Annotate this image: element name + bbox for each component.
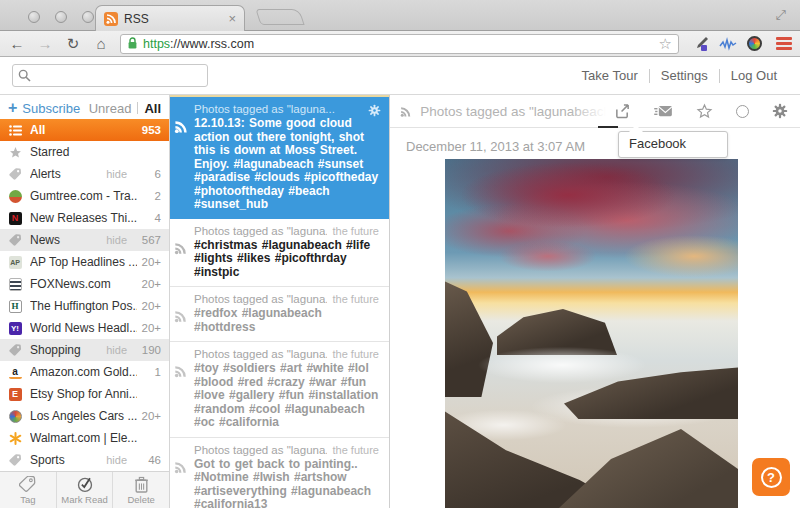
filter-all[interactable]: All: [144, 101, 161, 116]
take-tour-link[interactable]: Take Tour: [571, 68, 649, 83]
back-icon[interactable]: ←: [8, 36, 26, 51]
browser-window: RSS × ⤢ ← → ↻ ⌂ https://www.rss.com ☆: [0, 0, 800, 508]
sidebar-item-netflix[interactable]: N New Releases Thi... 4: [0, 207, 169, 229]
search-box[interactable]: [12, 64, 208, 87]
sidebar-item-starred[interactable]: Starred: [0, 141, 169, 163]
feed-item-selected[interactable]: Photos tagged as "laguna... 12.10.13: So…: [170, 95, 389, 219]
logout-link[interactable]: Log Out: [720, 68, 788, 83]
fox-favicon: [8, 277, 22, 291]
sidebar-item-huffpost[interactable]: H The Huffington Pos... 20+: [0, 295, 169, 317]
mark-unread-circle-icon[interactable]: [736, 105, 749, 118]
rss-favicon: [104, 12, 118, 26]
camera-lens-extension-icon[interactable]: [747, 36, 762, 51]
sidebar-item-yahoo-news[interactable]: Y! World News Headl... 20+: [0, 317, 169, 339]
bookmark-star-icon[interactable]: ☆: [659, 35, 672, 53]
item-source: Photos tagged as "laguna...: [194, 348, 327, 360]
email-icon[interactable]: [654, 105, 673, 118]
feed-item[interactable]: Photos tagged as "laguna... the future #…: [170, 219, 389, 288]
reload-icon[interactable]: ↻: [64, 36, 82, 51]
help-button[interactable]: ?: [752, 458, 790, 496]
mark-read-button[interactable]: Mark Read: [57, 472, 114, 508]
sidebar-item-gumtree[interactable]: Gumtree.com - Tra... 2: [0, 185, 169, 207]
feed-item[interactable]: Photos tagged as "laguna... the future #…: [170, 342, 389, 438]
browser-menu-icon[interactable]: [776, 37, 792, 50]
read-filter: Unread All: [89, 101, 161, 116]
rss-icon: [174, 119, 189, 134]
feed-item[interactable]: Photos tagged as "laguna... the future G…: [170, 438, 389, 508]
sidebar-item-sports[interactable]: Sports hide 46: [0, 449, 169, 471]
filter-unread[interactable]: Unread: [89, 101, 132, 116]
hide-link[interactable]: hide: [106, 168, 127, 180]
url-rest: ://www.rss.com: [170, 37, 254, 51]
item-time: the future: [333, 225, 379, 237]
fullscreen-icon[interactable]: ⤢: [776, 7, 786, 23]
reader-feed-title: Photos tagged as "lagunabeach" on In: [420, 104, 606, 119]
share-popover-facebook[interactable]: Facebook: [618, 131, 728, 158]
url-text: https://www.rss.com: [143, 37, 654, 51]
check-circle-icon: [76, 475, 94, 493]
article-photo: [445, 159, 738, 508]
window-minimize-button[interactable]: [55, 11, 67, 23]
app-topbar: Take Tour Settings Log Out: [0, 57, 800, 95]
sidebar-item-etsy[interactable]: E Etsy Shop for Anni...: [0, 383, 169, 405]
hide-link[interactable]: hide: [106, 344, 127, 356]
browser-tab[interactable]: RSS ×: [95, 5, 245, 31]
window-close-button[interactable]: [28, 11, 40, 23]
rss-icon: [174, 241, 188, 255]
gear-icon[interactable]: [772, 103, 788, 119]
reader-header: Photos tagged as "lagunabeach" on In: [390, 95, 800, 128]
eyedropper-extension-icon[interactable]: [693, 36, 709, 52]
huffpost-favicon: H: [8, 299, 22, 313]
settings-link[interactable]: Settings: [650, 68, 719, 83]
tab-title: RSS: [124, 12, 222, 26]
subscribe-button[interactable]: + Subscribe: [8, 99, 80, 117]
subscriptions-sidebar: + Subscribe Unread All: [0, 95, 170, 508]
sidebar-item-walmart[interactable]: Walmart.com | Ele...: [0, 427, 169, 449]
item-body: 12.10.13: Some good cloud action out the…: [194, 117, 379, 212]
rss-icon: [174, 460, 188, 474]
sidebar-footer-toolbar: Tag Mark Read Delete: [0, 471, 169, 508]
tag-button[interactable]: Tag: [0, 472, 57, 508]
tag-icon: [19, 476, 36, 493]
delete-button[interactable]: Delete: [113, 472, 169, 508]
sidebar-item-alerts[interactable]: Alerts hide 6: [0, 163, 169, 185]
search-input[interactable]: [35, 69, 202, 83]
walmart-favicon: [8, 431, 22, 445]
sidebar-header: + Subscribe Unread All: [0, 95, 169, 119]
star-icon[interactable]: [696, 103, 713, 119]
item-body: Got to get back to painting.. #Notmine #…: [194, 458, 379, 508]
hide-link[interactable]: hide: [106, 454, 127, 466]
sidebar-item-shopping[interactable]: Shopping hide 190: [0, 339, 169, 361]
sidebar-item-news[interactable]: News hide 567: [0, 229, 169, 251]
rss-icon: [174, 364, 188, 378]
hide-link[interactable]: hide: [106, 234, 127, 246]
sidebar-item-ap[interactable]: AP AP Top Headlines ... 20+: [0, 251, 169, 273]
window-zoom-button[interactable]: [82, 11, 94, 23]
new-tab-button[interactable]: [255, 9, 304, 25]
lock-icon: [127, 37, 138, 50]
extension-area: [689, 36, 766, 52]
sidebar-item-foxnews[interactable]: FOXNews.com 20+: [0, 273, 169, 295]
subscription-list: All 953 Starred Alerts hide 6: [0, 119, 169, 471]
sidebar-item-la-cars[interactable]: Los Angeles Cars ... 20+: [0, 405, 169, 427]
item-source: Photos tagged as "laguna...: [194, 103, 379, 115]
feed-item[interactable]: Photos tagged as "laguna... the future #…: [170, 287, 389, 342]
reader-pane: Photos tagged as "lagunabeach" on In: [390, 95, 800, 508]
rss-icon: [174, 309, 188, 323]
la-cars-favicon: [8, 409, 22, 423]
url-scheme: https: [143, 37, 170, 51]
home-icon[interactable]: ⌂: [92, 36, 110, 51]
sidebar-item-amazon[interactable]: a Amazon.com Gold... 1: [0, 361, 169, 383]
sidebar-item-all[interactable]: All 953: [0, 119, 169, 141]
browser-navbar: ← → ↻ ⌂ https://www.rss.com ☆: [0, 31, 800, 57]
item-source: Photos tagged as "laguna...: [194, 293, 327, 305]
forward-icon[interactable]: →: [36, 36, 54, 51]
share-icon[interactable]: [614, 103, 631, 119]
item-time: the future: [333, 293, 379, 305]
gear-icon[interactable]: [368, 104, 381, 117]
address-bar[interactable]: https://www.rss.com ☆: [120, 34, 679, 54]
item-time: the future: [333, 444, 379, 456]
waveform-extension-icon[interactable]: [719, 37, 737, 51]
window-controls: [28, 11, 94, 23]
tab-close-icon[interactable]: ×: [228, 11, 236, 26]
